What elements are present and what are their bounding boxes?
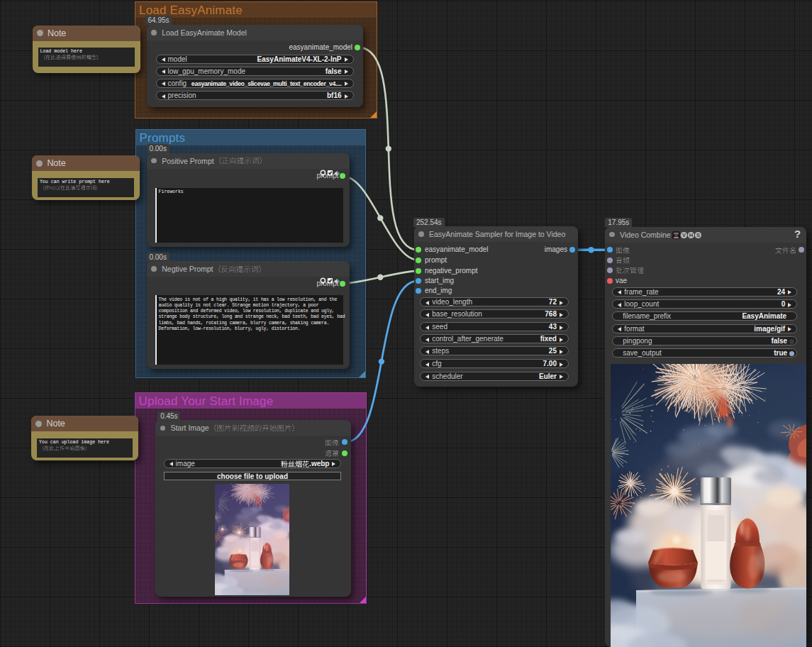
svg-text:H: H	[689, 232, 693, 238]
svg-text:V: V	[682, 232, 686, 238]
svg-text:S: S	[696, 232, 700, 238]
